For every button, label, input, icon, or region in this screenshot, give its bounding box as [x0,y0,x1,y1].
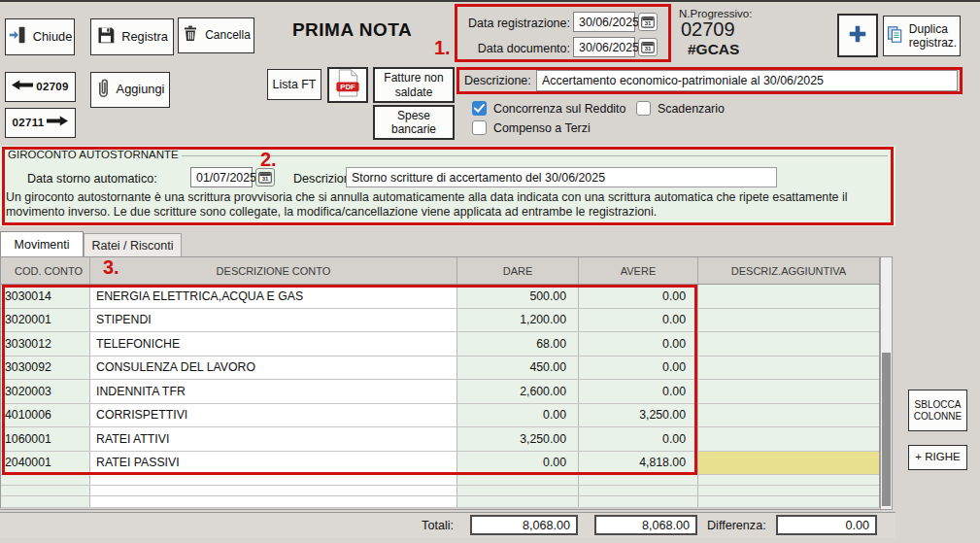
table-row[interactable]: 1060001RATEI ATTIVI3,250.000.00 [1,427,879,452]
cell-descriz-aggiuntiva[interactable] [698,486,879,495]
tab-ratei-risconti[interactable]: Ratei / Risconti [84,233,182,256]
cell-descriz-aggiuntiva[interactable] [698,475,879,485]
trash-icon [182,24,199,47]
cell-descrizione-conto[interactable]: ENERGIA ELETTRICA,ACQUA E GAS [90,285,457,308]
nav-previous-button[interactable]: 02709 [5,72,76,102]
checkbox-concorrenza[interactable] [472,101,487,116]
cell-cod-conto[interactable]: 3030012 [1,332,90,356]
cell-dare[interactable]: 1,200.00 [457,309,579,332]
cell-descriz-aggiuntiva[interactable] [698,309,879,332]
cell-descrizione-conto[interactable]: STIPENDI [90,309,457,332]
column-header-descriz-aggiuntiva[interactable]: DESCRIZ.AGGIUNTIVA [698,257,879,284]
calendar-icon[interactable]: 31 [638,13,658,31]
cell-descrizione-conto[interactable]: INDENNITA TFR [90,380,457,403]
cell-dare[interactable]: 450.00 [457,356,579,380]
cell-descrizione-conto[interactable]: CORRISPETTIVI [90,404,457,427]
table-row[interactable]: 3030092CONSULENZA DEL LAVORO450.000.00 [1,356,879,381]
cell-cod-conto[interactable] [1,496,90,506]
giroconto-descrizione-field[interactable]: Storno scritture di accertamento del 30/… [346,167,777,187]
cell-cod-conto[interactable] [1,475,90,485]
cell-descriz-aggiuntiva[interactable] [698,285,879,308]
scrollbar-thumb[interactable] [882,353,891,506]
duplica-registrazione-button[interactable]: Duplicaregistraz. [883,16,961,56]
cell-dare[interactable] [457,475,579,485]
cell-descrizione-conto[interactable]: CONSULENZA DEL LAVORO [90,356,457,380]
cell-cod-conto[interactable]: 3030014 [1,285,90,308]
checkbox-compenso[interactable] [472,120,487,135]
cell-dare[interactable]: 3,250.00 [457,427,579,451]
data-storno-field[interactable]: 01/07/2025 [190,167,253,187]
nav-next-button[interactable]: 02711 [5,108,76,138]
cell-descrizione-conto[interactable]: RATEI ATTIVI [90,427,457,451]
table-row[interactable]: 3030012TELEFONICHE68.000.00 [1,332,879,356]
table-empty-row[interactable] [1,475,879,486]
cell-descriz-aggiuntiva[interactable] [698,332,879,356]
table-row[interactable]: 3030014ENERGIA ELETTRICA,ACQUA E GAS500.… [1,285,879,309]
cell-cod-conto[interactable]: 2040001 [1,452,90,475]
descrizione-field[interactable]: Accertamento economico-patrimoniale al 3… [536,70,958,91]
cell-avere[interactable]: 4,818.00 [579,452,698,475]
column-header-cod-conto[interactable]: COD. CONTO [1,257,90,284]
data-documento-field[interactable]: 30/06/2025 [573,37,635,57]
lista-ft-button[interactable]: Lista FT [267,69,321,100]
cell-descriz-aggiuntiva[interactable] [698,427,879,451]
pdf-button[interactable]: PDF [327,67,368,103]
cell-cod-conto[interactable] [1,486,90,495]
cell-avere[interactable]: 0.00 [579,427,698,451]
column-header-dare[interactable]: DARE [457,257,579,284]
calendar-icon[interactable]: 31 [638,38,658,56]
cell-descrizione-conto[interactable] [90,486,457,495]
cell-avere[interactable]: 3,250.00 [579,404,698,427]
vertical-scrollbar[interactable] [880,256,893,510]
cell-cod-conto[interactable]: 3020001 [1,309,90,332]
cancella-button[interactable]: Cancella [178,17,254,53]
cell-dare[interactable]: 0.00 [457,452,579,475]
cell-descriz-aggiuntiva[interactable] [698,404,879,427]
cell-descriz-aggiuntiva[interactable] [698,452,879,475]
cell-dare[interactable]: 0.00 [457,404,579,427]
cell-avere[interactable]: 0.00 [579,309,698,332]
cell-dare[interactable] [457,496,579,506]
table-empty-row[interactable] [1,486,879,496]
cell-cod-conto[interactable]: 3030092 [1,356,90,380]
cell-dare[interactable]: 2,600.00 [457,380,579,403]
cell-descriz-aggiuntiva[interactable] [698,356,879,380]
table-empty-row[interactable] [1,496,879,507]
cell-dare[interactable]: 68.00 [457,332,579,356]
cell-cod-conto[interactable]: 3020003 [1,380,90,403]
cell-descriz-aggiuntiva[interactable] [698,380,879,403]
table-row[interactable]: 4010006CORRISPETTIVI0.003,250.00 [1,404,879,428]
cell-avere[interactable]: 0.00 [579,356,698,380]
tab-movimenti[interactable]: Movimenti [0,231,84,256]
column-header-descrizione-conto[interactable]: DESCRIZIONE CONTO [90,257,457,284]
fatture-non-saldate-button[interactable]: Fatture nonsaldate [373,67,455,103]
cell-avere[interactable] [579,496,698,506]
cell-avere[interactable] [579,486,698,495]
spese-bancarie-button[interactable]: Spesebancarie [373,105,455,140]
cell-descrizione-conto[interactable] [90,475,457,485]
cell-descrizione-conto[interactable]: TELEFONICHE [90,332,457,356]
cell-cod-conto[interactable]: 1060001 [1,427,90,451]
checkbox-scadenzario[interactable] [636,101,651,116]
aggiungi-button[interactable]: Aggiungi [90,72,170,108]
cell-descrizione-conto[interactable]: RATEI PASSIVI [90,452,457,475]
cell-descriz-aggiuntiva[interactable] [698,496,879,506]
cell-descrizione-conto[interactable] [90,496,457,506]
cell-dare[interactable] [457,486,579,495]
cell-cod-conto[interactable]: 4010006 [1,404,90,427]
cell-avere[interactable]: 0.00 [579,285,698,308]
column-header-avere[interactable]: AVERE [579,257,698,284]
cell-avere[interactable] [579,475,698,485]
cell-avere[interactable]: 0.00 [579,380,698,403]
table-row[interactable]: 3020003INDENNITA TFR2,600.000.00 [1,380,879,404]
table-row[interactable]: 2040001RATEI PASSIVI0.004,818.00 [1,452,879,476]
table-row[interactable]: 3020001STIPENDI1,200.000.00 [1,309,879,333]
registra-button[interactable]: Registra [90,18,174,55]
data-registrazione-field[interactable]: 30/06/2025 [573,12,635,32]
sblocca-colonne-button[interactable]: SBLOCCACOLONNE [908,390,967,431]
aggiungi-righe-button[interactable]: + RIGHE [908,445,967,470]
cell-dare[interactable]: 500.00 [457,285,579,308]
cell-avere[interactable]: 0.00 [579,332,698,356]
add-button[interactable] [837,14,878,57]
chiude-button[interactable]: Chiude [5,18,75,55]
